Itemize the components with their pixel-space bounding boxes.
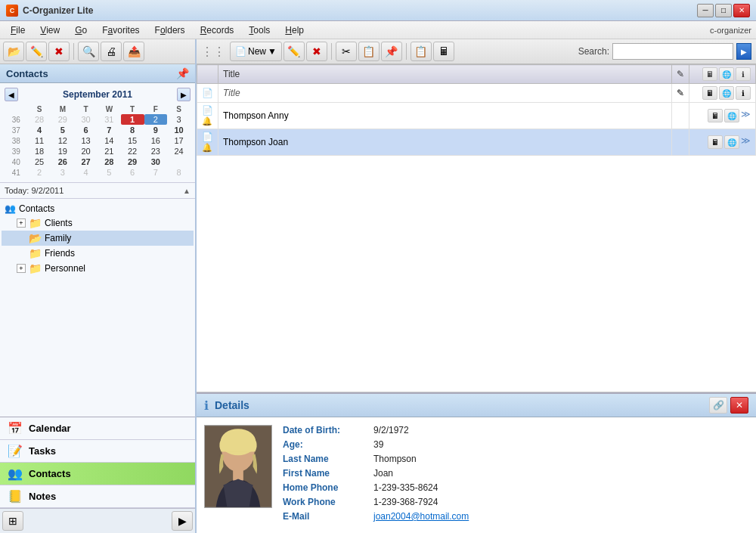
- search-input[interactable]: [612, 43, 733, 60]
- copy-button[interactable]: 📋: [358, 42, 380, 61]
- menu-help[interactable]: Help: [279, 23, 310, 37]
- tab-calendar[interactable]: 📅 Calendar: [0, 417, 195, 440]
- calendar-day[interactable]: 13: [74, 135, 98, 146]
- calendar-day[interactable]: 26: [51, 156, 75, 167]
- menu-file[interactable]: File: [5, 23, 31, 37]
- calendar-day[interactable]: 28: [98, 156, 121, 167]
- calendar-day[interactable]: 29: [121, 156, 144, 167]
- col-globe-btn[interactable]: 🌐: [719, 67, 734, 81]
- tree-clients[interactable]: + 📁 Clients: [2, 215, 194, 231]
- new-dropdown-icon[interactable]: ▼: [268, 46, 277, 57]
- row-calc-btn[interactable]: 🖩: [708, 109, 723, 122]
- calendar-day[interactable]: 24: [167, 146, 191, 156]
- calendar-day[interactable]: 30: [74, 114, 98, 125]
- calendar-day[interactable]: 2: [28, 167, 51, 178]
- calendar-day[interactable]: 2: [144, 114, 168, 125]
- calendar-day[interactable]: 17: [167, 135, 191, 146]
- col-info-btn[interactable]: ℹ: [736, 67, 751, 81]
- calendar-day[interactable]: 18: [28, 146, 51, 156]
- next-month-button[interactable]: ▶: [177, 88, 191, 101]
- collapse-button[interactable]: ▲: [183, 187, 191, 195]
- delete-button[interactable]: ✖: [48, 42, 70, 61]
- calendar-day[interactable]: 3: [51, 167, 75, 178]
- search-button[interactable]: 🔍: [78, 42, 99, 61]
- edit-record-button[interactable]: ✏️: [284, 42, 305, 61]
- calendar-day[interactable]: 8: [167, 167, 191, 178]
- calendar-day[interactable]: 9: [144, 125, 168, 135]
- calendar-day[interactable]: 6: [121, 167, 144, 178]
- calendar-day[interactable]: 7: [144, 167, 168, 178]
- close-button[interactable]: ✕: [733, 4, 750, 17]
- calendar-day[interactable]: 25: [28, 156, 51, 167]
- row-expand-arrow[interactable]: ≫: [741, 135, 751, 149]
- paste-button[interactable]: 📌: [381, 42, 402, 61]
- calendar-day[interactable]: 22: [121, 146, 144, 156]
- delete-record-button[interactable]: ✖: [306, 42, 327, 61]
- calendar-day[interactable]: 6: [74, 125, 98, 135]
- table-row[interactable]: 📄 🔔 Thompson Joan 🖩 🌐 ≫: [197, 129, 756, 156]
- calendar-day[interactable]: 19: [51, 146, 75, 156]
- edit-button[interactable]: ✏️: [26, 42, 47, 61]
- open-button[interactable]: 📂: [3, 42, 24, 61]
- calendar-day[interactable]: 10: [167, 125, 191, 135]
- tree-family[interactable]: 📂 Family: [2, 231, 194, 246]
- clipboard-button[interactable]: 📋: [411, 42, 432, 61]
- pin-icon[interactable]: 📌: [176, 67, 189, 79]
- calendar-day[interactable]: 5: [98, 167, 121, 178]
- personnel-expand[interactable]: +: [17, 264, 26, 273]
- table-row[interactable]: 📄 🔔 Thompson Anny 🖩 🌐 ≫: [197, 103, 756, 129]
- calendar-day[interactable]: 3: [167, 114, 191, 125]
- calendar-day[interactable]: 23: [144, 146, 168, 156]
- row-calc-btn[interactable]: 🖩: [708, 135, 723, 149]
- calendar-day[interactable]: [167, 156, 191, 167]
- export-button[interactable]: 📤: [123, 42, 144, 61]
- tr-calc[interactable]: 🖩: [702, 86, 717, 100]
- menu-folders[interactable]: Folders: [149, 23, 191, 37]
- tab-tasks[interactable]: 📝 Tasks: [0, 440, 195, 463]
- tab-notes[interactable]: 📒 Notes: [0, 485, 195, 508]
- tree-personnel[interactable]: + 📁 Personnel: [2, 261, 194, 276]
- menu-favorites[interactable]: Favorites: [96, 23, 145, 37]
- row-globe-btn[interactable]: 🌐: [724, 135, 739, 149]
- tr-globe[interactable]: 🌐: [719, 86, 734, 100]
- maximize-button[interactable]: □: [715, 4, 732, 17]
- calendar-day[interactable]: 5: [51, 125, 75, 135]
- search-go-button[interactable]: ▶: [736, 43, 751, 60]
- clients-expand[interactable]: +: [17, 218, 26, 228]
- new-button[interactable]: 📄 New ▼: [230, 42, 282, 61]
- mini-forward-button[interactable]: ▶: [172, 511, 193, 531]
- calendar-day[interactable]: 14: [98, 135, 121, 146]
- tree-friends[interactable]: 📁 Friends: [2, 246, 194, 261]
- calendar-day[interactable]: 28: [28, 114, 51, 125]
- tree-root[interactable]: 👥 Contacts: [2, 202, 194, 215]
- user-label[interactable]: c-organizer: [710, 26, 751, 35]
- calendar-day[interactable]: 1: [121, 114, 144, 125]
- calendar-day[interactable]: 4: [74, 167, 98, 178]
- calendar-day[interactable]: 15: [121, 135, 144, 146]
- detail-email-value[interactable]: joan2004@hotmail.com: [373, 511, 469, 522]
- calendar-day[interactable]: 29: [51, 114, 75, 125]
- mini-grid-button[interactable]: ⊞: [2, 511, 23, 531]
- col-calc-btn[interactable]: 🖩: [702, 67, 717, 81]
- calendar-day[interactable]: 12: [51, 135, 75, 146]
- menu-records[interactable]: Records: [194, 23, 240, 37]
- cut-button[interactable]: ✂: [336, 42, 357, 61]
- menu-go[interactable]: Go: [69, 23, 93, 37]
- calendar-day[interactable]: 20: [74, 146, 98, 156]
- menu-view[interactable]: View: [34, 23, 66, 37]
- calendar-day[interactable]: 7: [98, 125, 121, 135]
- calendar-day[interactable]: 21: [98, 146, 121, 156]
- row-expand-arrow[interactable]: ≫: [741, 109, 751, 122]
- details-link-button[interactable]: 🔗: [709, 397, 727, 414]
- calendar-day[interactable]: 4: [28, 125, 51, 135]
- minimize-button[interactable]: ─: [697, 4, 714, 17]
- print-button[interactable]: 🖨: [101, 42, 122, 61]
- details-close-button[interactable]: ✕: [730, 397, 748, 414]
- tab-contacts[interactable]: 👥 Contacts: [0, 463, 195, 485]
- menu-tools[interactable]: Tools: [243, 23, 276, 37]
- calendar-day[interactable]: 30: [144, 156, 168, 167]
- tr-info[interactable]: ℹ: [736, 86, 751, 100]
- prev-month-button[interactable]: ◀: [5, 88, 18, 101]
- calendar-day[interactable]: 16: [144, 135, 168, 146]
- calendar-day[interactable]: 31: [98, 114, 121, 125]
